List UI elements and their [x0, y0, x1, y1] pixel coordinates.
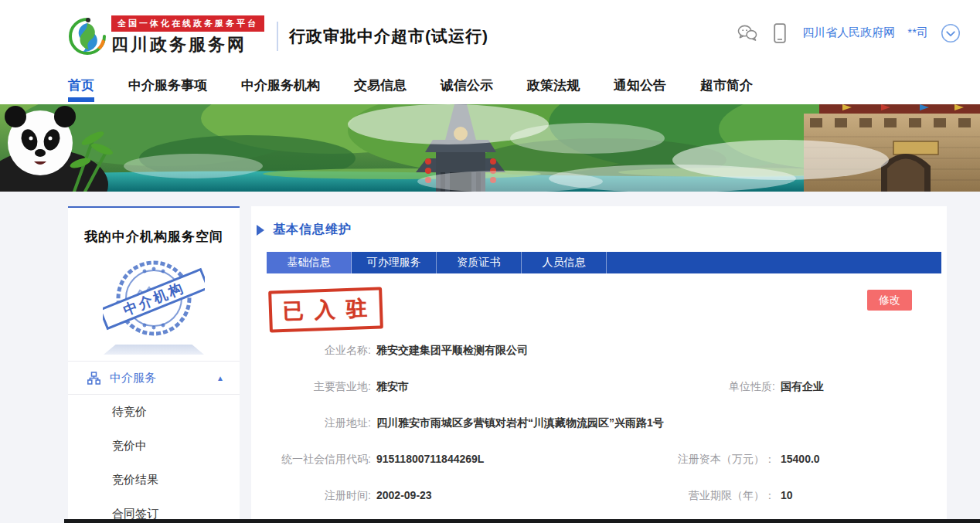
form-row-registered-address: 注册地址: 四川雅安市雨城区多营镇对岩村“川滇藏物流园区”兴雨路1号: [251, 414, 947, 431]
platform-badge: 全国一体化在线政务服务平台: [111, 15, 264, 32]
main-nav: 首页 中介服务事项 中介服务机构 交易信息 诚信公示 政策法规 通知公告 超市简…: [0, 66, 980, 104]
field-label: 统一社会信用代码:: [251, 450, 376, 467]
sichuan-gov-logo-icon: [68, 17, 107, 56]
triangle-right-icon: [257, 225, 264, 236]
site-logo[interactable]: 全国一体化在线政务服务平台 四川政务服务网 行政审批中介超市(试运行): [68, 15, 488, 56]
wechat-icon[interactable]: [737, 23, 757, 43]
mobile-phone-icon[interactable]: [770, 23, 790, 43]
field-label: 主要营业地:: [251, 378, 376, 395]
header-divider: [277, 22, 278, 51]
field-label: 单位性质:: [638, 378, 781, 395]
field-label: 企业名称:: [251, 341, 376, 358]
field-label: 营业期限（年）：: [638, 487, 781, 504]
sidebar-item-bid-results[interactable]: 竞价结果: [68, 463, 240, 497]
nav-item-home[interactable]: 首页: [68, 66, 94, 104]
sidebar-title: 我的中介机构服务空间: [68, 208, 240, 246]
form-row-company-name: 企业名称: 雅安交建集团平顺检测有限公司: [251, 341, 947, 358]
company-name-value: 雅安交建集团平顺检测有限公司: [376, 341, 528, 358]
logged-in-username[interactable]: **司: [907, 25, 928, 40]
site-name: 四川政务服务网: [111, 33, 264, 56]
nav-item-policies[interactable]: 政策法规: [527, 66, 580, 104]
sidebar: 我的中介机构服务空间 中介机构: [68, 206, 240, 523]
basic-info-form: 企业名称: 雅安交建集团平顺检测有限公司 主要营业地: 雅安市 单位性质: 国有…: [251, 341, 947, 504]
section-title: 基本信息维护: [273, 222, 352, 238]
form-row-credit-code-capital: 统一社会信用代码: 91511800711844269L 注册资本（万元）： 1…: [251, 450, 947, 467]
unit-nature-value: 国有企业: [781, 378, 824, 395]
tab-personnel-info[interactable]: 人员信息: [522, 252, 607, 273]
header: 全国一体化在线政务服务平台 四川政务服务网 行政审批中介超市(试运行) 四川省人…: [0, 0, 980, 66]
registered-address-value: 四川雅安市雨城区多营镇对岩村“川滇藏物流园区”兴雨路1号: [376, 414, 664, 431]
field-label: 注册地址:: [251, 414, 376, 431]
sitemap-icon: [87, 372, 100, 385]
field-label: 注册时间:: [251, 487, 376, 504]
registered-stamp: 已入驻: [268, 287, 383, 332]
registered-capital-value: 15400.0: [781, 450, 820, 467]
nav-item-integrity[interactable]: 诚信公示: [441, 66, 493, 104]
sidebar-item-pending-bid[interactable]: 待竞价: [68, 395, 240, 429]
main-panel: 基本信息维护 基础信息 可办理服务 资质证书 人员信息 已入驻 修改 企业名称:…: [251, 206, 947, 523]
edit-button[interactable]: 修改: [867, 290, 912, 311]
portal-title: 行政审批中介超市(试运行): [289, 25, 488, 47]
banner-image: [0, 104, 980, 192]
credit-code-value: 91511800711844269L: [376, 450, 484, 467]
sidebar-menu: 中介服务 ▲ 待竞价 竞价中 竞价结果 合同签订 服务成果: [68, 361, 240, 523]
tabbar: 基础信息 可办理服务 资质证书 人员信息: [267, 252, 941, 273]
form-row-regdate-term: 注册时间: 2002-09-23 营业期限（年）： 10: [251, 487, 947, 504]
tab-available-services[interactable]: 可办理服务: [352, 252, 437, 273]
registration-date-value: 2002-09-23: [376, 487, 432, 504]
agency-seal-stamp: 中介机构: [68, 253, 240, 345]
active-underline: [68, 97, 94, 102]
business-term-value: 10: [781, 487, 793, 504]
nav-item-about[interactable]: 超市简介: [700, 66, 753, 104]
field-label: 注册资本（万元）：: [638, 450, 781, 467]
stamp-shadow: [104, 345, 204, 355]
sidebar-group-label: 中介服务: [110, 371, 216, 385]
nav-item-service-agencies[interactable]: 中介服务机构: [241, 66, 320, 104]
form-row-location-nature: 主要营业地: 雅安市 单位性质: 国有企业: [251, 378, 947, 395]
business-location-value: 雅安市: [376, 378, 409, 395]
sidebar-group-intermediary-services[interactable]: 中介服务 ▲: [68, 361, 240, 395]
sidebar-item-bidding[interactable]: 竞价中: [68, 429, 240, 463]
nav-item-notices[interactable]: 通知公告: [614, 66, 666, 104]
nav-item-service-matters[interactable]: 中介服务事项: [128, 66, 207, 104]
tab-basic-info[interactable]: 基础信息: [267, 252, 352, 273]
chevron-down-icon[interactable]: [941, 23, 961, 43]
nav-item-trade-info[interactable]: 交易信息: [354, 66, 407, 104]
triangle-up-icon[interactable]: ▲: [216, 374, 224, 382]
gov-portal-link[interactable]: 四川省人民政府网: [802, 25, 895, 40]
bottom-strip: [64, 519, 980, 523]
tab-qualification-certificates[interactable]: 资质证书: [437, 252, 522, 273]
